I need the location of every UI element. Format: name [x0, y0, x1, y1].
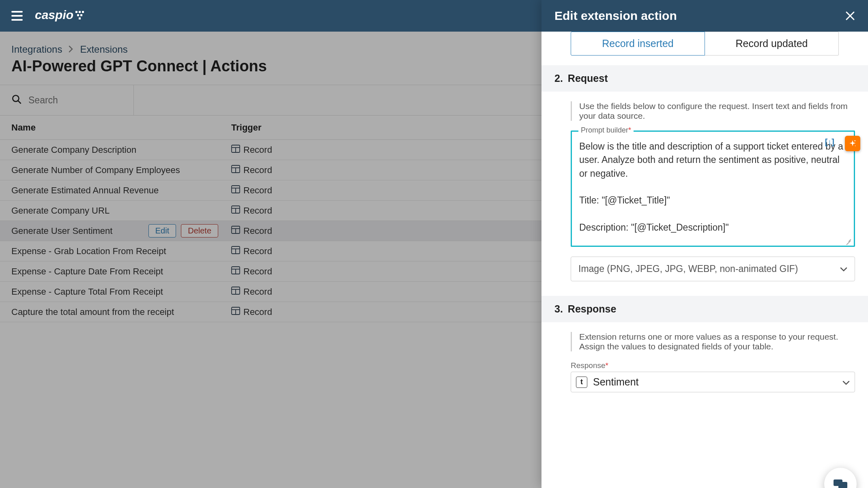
section-title: Response: [568, 303, 616, 315]
response-helper: Extension returns one or more values as …: [571, 332, 855, 351]
tab-record-updated[interactable]: Record updated: [705, 32, 839, 56]
type-text-icon: t: [576, 377, 587, 388]
section-number: 2.: [554, 73, 563, 84]
request-helper: Use the fields below to configure the re…: [571, 101, 855, 121]
chevron-down-icon: [842, 376, 850, 388]
menu-icon[interactable]: [11, 9, 25, 23]
svg-rect-2: [79, 11, 81, 13]
panel-header: Edit extension action: [541, 0, 868, 32]
trigger-tabs: Record inserted Record updated: [541, 32, 868, 65]
svg-rect-4: [77, 14, 79, 16]
response-field-label: Response*: [571, 361, 855, 370]
svg-rect-3: [82, 11, 84, 13]
response-field-value: Sentiment: [593, 376, 639, 388]
resize-handle[interactable]: [845, 238, 851, 244]
tab-record-inserted[interactable]: Record inserted: [571, 32, 705, 56]
panel-title: Edit extension action: [554, 9, 677, 23]
svg-rect-41: [838, 482, 847, 488]
prompt-label: Prompt builder*: [578, 126, 634, 135]
ai-sparkle-button[interactable]: [845, 136, 860, 151]
svg-rect-6: [79, 17, 81, 19]
close-icon[interactable]: [845, 8, 855, 24]
svg-text:caspio: caspio: [35, 8, 73, 21]
edit-action-panel: Edit extension action Record inserted Re…: [541, 0, 868, 488]
section-number: 3.: [554, 303, 563, 315]
image-select-value: Image (PNG, JPEG, JPG, WEBP, non-animate…: [578, 263, 798, 274]
image-type-select[interactable]: Image (PNG, JPEG, JPG, WEBP, non-animate…: [571, 257, 855, 281]
svg-rect-5: [80, 14, 82, 16]
svg-rect-1: [75, 11, 77, 13]
section-response-header: 3. Response: [541, 296, 868, 322]
prompt-textarea[interactable]: Below is the title and description of a …: [579, 140, 847, 234]
response-field-select[interactable]: t Sentiment: [571, 372, 855, 392]
svg-point-39: [855, 146, 856, 146]
prompt-builder-field[interactable]: Prompt builder* [↓] Below is the title a…: [571, 131, 855, 247]
brand-logo[interactable]: caspio: [35, 8, 88, 24]
chevron-down-icon: [840, 263, 847, 274]
section-title: Request: [568, 73, 608, 84]
svg-point-38: [855, 140, 856, 141]
insert-field-icon[interactable]: [↓]: [825, 137, 834, 147]
section-request-header: 2. Request: [541, 65, 868, 92]
